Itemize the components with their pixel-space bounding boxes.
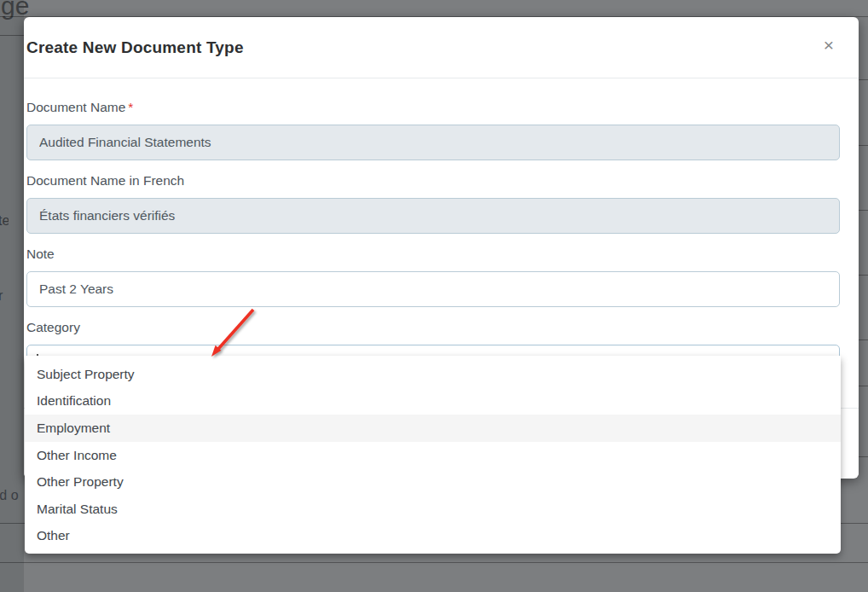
annotation-arrow-shaft bbox=[218, 310, 253, 349]
modal-body: Document Name* Document Name in French N… bbox=[24, 78, 859, 381]
category-dropdown-menu: Subject Property Identification Employme… bbox=[25, 356, 841, 554]
document-name-label-text: Document Name bbox=[26, 100, 125, 114]
note-input[interactable] bbox=[26, 271, 840, 307]
modal-header: Create New Document Type × bbox=[24, 17, 859, 78]
background-row-divider bbox=[0, 562, 868, 563]
document-name-french-label: Document Name in French bbox=[26, 172, 840, 189]
category-field: Category Select... Subject Property Iden… bbox=[26, 319, 840, 381]
close-icon[interactable]: × bbox=[818, 34, 840, 56]
category-option-highlighted[interactable]: Employment bbox=[25, 415, 841, 442]
document-name-french-input bbox=[26, 198, 840, 234]
background-text-glimpse: rd o bbox=[0, 488, 23, 503]
category-option[interactable]: Identification bbox=[25, 388, 841, 415]
modal-title: Create New Document Type bbox=[26, 38, 244, 57]
required-asterisk: * bbox=[128, 100, 133, 114]
create-document-type-modal: Create New Document Type × Document Name… bbox=[24, 17, 859, 478]
category-option[interactable]: Other Property bbox=[25, 468, 841, 496]
annotation-arrow-icon bbox=[196, 297, 273, 369]
category-option[interactable]: Other bbox=[25, 523, 841, 550]
document-name-input bbox=[26, 125, 840, 160]
background-row-divider bbox=[0, 35, 24, 36]
category-label: Category bbox=[26, 319, 840, 335]
category-option[interactable]: Other Income bbox=[25, 442, 841, 469]
background-text-glimpse: te bbox=[0, 213, 9, 229]
document-name-label: Document Name* bbox=[26, 99, 840, 115]
background-text-glimpse: r bbox=[0, 288, 6, 304]
category-option[interactable]: Marital Status bbox=[25, 496, 841, 523]
category-option[interactable]: Subject Property bbox=[25, 361, 841, 388]
note-label: Note bbox=[26, 246, 840, 262]
